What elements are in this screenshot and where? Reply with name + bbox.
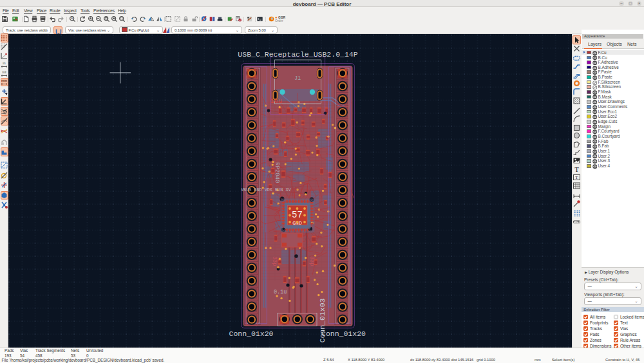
svg-text:in: in — [3, 61, 5, 65]
svg-text:T: T — [575, 175, 578, 180]
svg-text:Conn_01x03: Conn_01x03 — [318, 298, 327, 342]
svg-text:10u: 10u — [270, 98, 282, 105]
svg-text:mil: mil — [2, 70, 6, 74]
svg-text:0.1u: 0.1u — [274, 289, 287, 295]
svg-text:mm: mm — [1, 79, 7, 82]
svg-text:33p: 33p — [308, 256, 315, 266]
svg-text:33p: 33p — [271, 256, 278, 266]
svg-text:57: 57 — [292, 210, 303, 220]
svg-text:VBUS GND VDX RUN 3V: VBUS GND VDX RUN 3V — [241, 187, 291, 192]
svg-text:J1: J1 — [294, 75, 301, 82]
svg-text:USB_C_Receptacle_USB2.0_14P: USB_C_Receptacle_USB2.0_14P — [238, 50, 357, 59]
svg-text:Conn_01x20: Conn_01x20 — [229, 330, 273, 338]
svg-text:RP2040: RP2040 — [274, 162, 280, 183]
svg-text:Conn_01x20: Conn_01x20 — [321, 330, 366, 338]
svg-text:T: T — [574, 165, 579, 172]
